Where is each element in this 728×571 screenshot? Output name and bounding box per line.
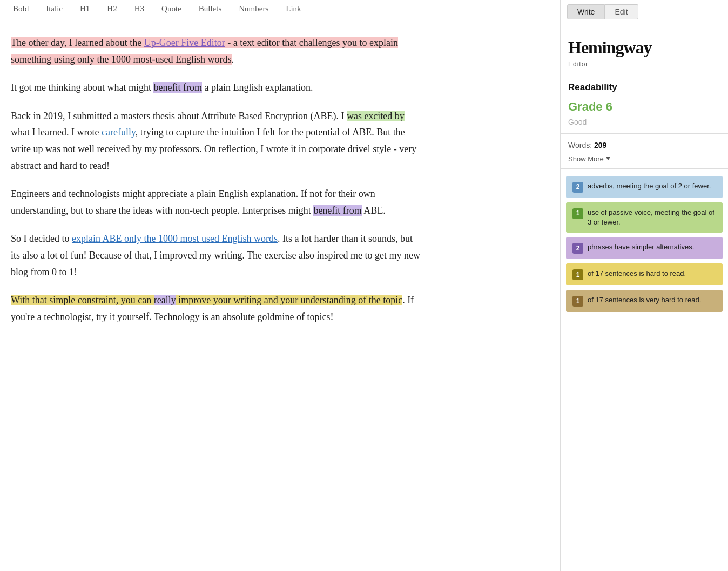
- paragraph-2: It got me thinking about what might bene…: [11, 79, 421, 96]
- write-button[interactable]: Write: [567, 4, 605, 19]
- show-more-label: Show More: [568, 155, 604, 163]
- paragraph-5: So I decided to explain ABE only the 100…: [11, 230, 421, 280]
- h2-button[interactable]: H2: [105, 3, 119, 15]
- metric-adverbs: 2 adverbs, meeting the goal of 2 or fewe…: [566, 176, 723, 198]
- simpler-text: phrases have simpler alternatives.: [588, 242, 694, 252]
- grade-level: Grade 6: [568, 97, 720, 116]
- h1-button[interactable]: H1: [78, 3, 92, 15]
- metric-hard: 1 of 17 sentences is hard to read.: [566, 263, 723, 286]
- hard-text: of 17 sentences is hard to read.: [588, 269, 686, 278]
- chevron-down-icon: [606, 157, 610, 160]
- benefit-from-highlight-2: benefit from: [313, 205, 361, 216]
- words-count: 209: [594, 141, 606, 149]
- readability-title: Readability: [568, 80, 720, 94]
- really-highlight: really: [154, 295, 176, 305]
- adverbs-text: adverbs, meeting the goal of 2 or fewer.: [588, 181, 711, 191]
- edit-button[interactable]: Edit: [605, 4, 638, 19]
- sidebar: Write Edit Hemingway Editor Readability …: [561, 0, 728, 571]
- paragraph-6: With that simple constraint, you can rea…: [11, 292, 421, 325]
- metric-passive: 1 use of passive voice, meeting the goal…: [566, 202, 723, 233]
- italic-button[interactable]: Italic: [44, 3, 65, 15]
- hemingway-logo: Hemingway Editor: [561, 25, 728, 74]
- highlight-red-span: The other day, I learned about the Up-Go…: [11, 37, 398, 65]
- paragraph-3: Back in 2019, I submitted a masters thes…: [11, 108, 421, 174]
- benefit-from-highlight-1: benefit from: [153, 82, 201, 93]
- paragraph-1: The other day, I learned about the Up-Go…: [11, 35, 421, 67]
- was-excited-highlight: was excited by: [347, 111, 405, 121]
- bullets-button[interactable]: Bullets: [197, 3, 224, 15]
- paragraph-4: Engineers and technologists might apprec…: [11, 186, 421, 219]
- h3-button[interactable]: H3: [132, 3, 146, 15]
- carefully-highlight: carefully: [102, 127, 136, 138]
- stats-section: Words: 209 Show More: [561, 134, 728, 168]
- readability-section: Readability Grade 6 Good: [561, 74, 728, 134]
- metric-simpler: 2 phrases have simpler alternatives.: [566, 237, 723, 259]
- upgoer-link[interactable]: Up-Goer Five Editor: [144, 37, 225, 48]
- metrics-section: 2 adverbs, meeting the goal of 2 or fewe…: [561, 169, 728, 318]
- logo-title: Hemingway: [568, 34, 720, 62]
- toolbar: Bold Italic H1 H2 H3 Quote Bullets Numbe…: [0, 0, 560, 18]
- quote-button[interactable]: Quote: [159, 3, 184, 15]
- numbers-button[interactable]: Numbers: [237, 3, 271, 15]
- bold-button[interactable]: Bold: [11, 3, 31, 15]
- words-line: Words: 209: [568, 139, 720, 151]
- editor-content[interactable]: The other day, I learned about the Up-Go…: [0, 18, 443, 369]
- passive-text: use of passive voice, meeting the goal o…: [588, 208, 716, 227]
- mode-buttons: Write Edit: [561, 0, 728, 25]
- passive-badge: 1: [572, 208, 583, 219]
- metric-very-hard: 1 of 17 sentences is very hard to read.: [566, 290, 723, 312]
- explain-abe-link[interactable]: explain ABE only the 1000 most used Engl…: [72, 233, 278, 244]
- yellow-sentence-highlight: With that simple constraint, you can rea…: [11, 295, 402, 305]
- very-hard-badge: 1: [572, 296, 583, 307]
- very-hard-text: of 17 sentences is very hard to read.: [588, 295, 701, 305]
- words-label: Words: [568, 141, 590, 149]
- grade-status: Good: [568, 116, 720, 128]
- link-button[interactable]: Link: [284, 3, 303, 15]
- show-more-button[interactable]: Show More: [568, 155, 610, 163]
- simpler-badge: 2: [572, 243, 583, 254]
- hard-badge: 1: [572, 269, 583, 280]
- adverbs-badge: 2: [572, 182, 583, 193]
